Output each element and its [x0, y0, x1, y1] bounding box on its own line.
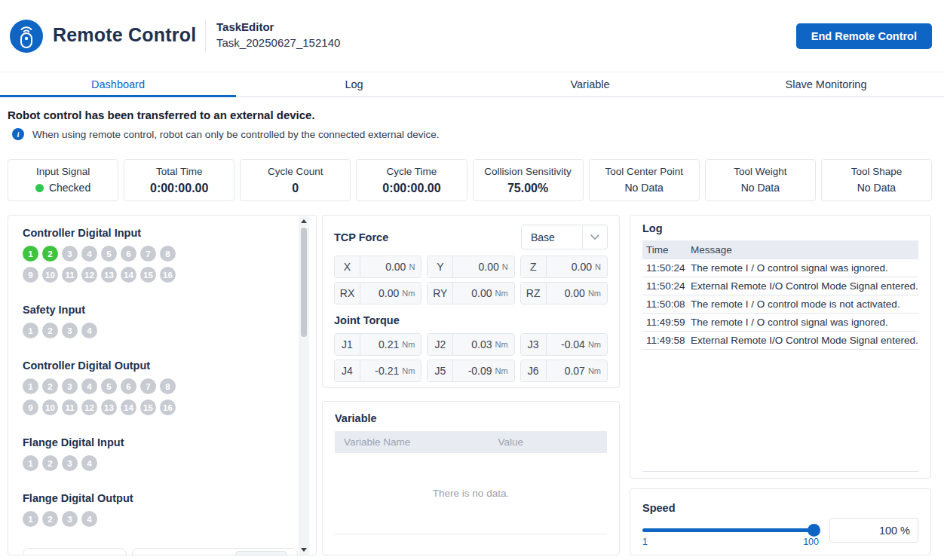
speed-min-label: 1: [642, 537, 648, 547]
chevron-down-icon: [582, 225, 607, 249]
tab-slave-monitoring[interactable]: Slave Monitoring: [708, 73, 944, 97]
io-indicator-controller-digital-output-4: 4: [81, 378, 97, 394]
io-panel: Controller Digital Input1234567891011121…: [8, 215, 317, 555]
io-scrollbar[interactable]: [299, 216, 309, 555]
tcp-field-label: Z: [521, 256, 547, 277]
log-panel: Log Time Message 11:50:24The remote I / …: [630, 215, 931, 479]
log-row-message: The remote I / O control mode is not act…: [691, 298, 918, 310]
stat-label: Tool Shape: [822, 166, 931, 177]
io-indicator-controller-digital-output-3: 3: [62, 378, 78, 394]
tab-variable[interactable]: Variable: [472, 73, 708, 97]
notice-title: Robot control has been transferred to an…: [8, 109, 315, 121]
io-indicator-controller-digital-input-8: 8: [160, 246, 176, 262]
coordinate-frame-value: Base: [522, 231, 582, 243]
stat-label: Cycle Count: [241, 166, 350, 177]
io-bottom-input-1[interactable]: [23, 548, 127, 555]
variable-table-header: Variable Name Value: [335, 431, 607, 453]
stat-value-text: 0:00:00.00: [382, 182, 440, 195]
joint-torque-title: Joint Torque: [334, 314, 608, 326]
io-indicator-safety-input-4: 4: [81, 323, 97, 338]
end-remote-control-button[interactable]: End Remote Control: [796, 23, 932, 49]
joint-field-value: -0.04: [547, 338, 588, 350]
log-row-message: External Remote I/O Control Mode Signal …: [691, 335, 918, 346]
tab-dashboard[interactable]: Dashboard: [0, 73, 236, 97]
io-indicator-controller-digital-input-12: 12: [81, 267, 97, 283]
io-section-title: Flange Digital Output: [23, 492, 301, 504]
log-row: 11:49:59The remote I / O control signal …: [642, 314, 918, 332]
log-row-time: 11:50:24: [642, 262, 691, 274]
task-name: Task_20250627_152140: [216, 36, 340, 49]
io-indicator-flange-digital-output-1: 1: [23, 511, 38, 527]
task-type: TaskEditor: [216, 20, 340, 33]
io-indicator-controller-digital-output-16: 16: [160, 399, 176, 415]
tab-bar: DashboardLogVariableSlave Monitoring: [0, 73, 944, 97]
stat-card-cycle-count: Cycle Count0: [240, 159, 351, 201]
io-indicator-controller-digital-output-10: 10: [42, 399, 58, 415]
log-title: Log: [642, 222, 918, 234]
io-indicator-controller-digital-input-9: 9: [23, 267, 38, 283]
io-section-title: Flange Digital Input: [23, 436, 301, 448]
log-table-header: Time Message: [642, 240, 918, 259]
stat-value: 75.00%: [474, 182, 583, 195]
io-indicator-safety-input-1: 1: [23, 323, 38, 338]
stat-value-text: No Data: [857, 182, 896, 194]
stat-value-text: No Data: [741, 182, 780, 194]
variable-empty-message: There is no data.: [335, 453, 607, 534]
io-indicator-controller-digital-input-11: 11: [62, 267, 78, 283]
speed-max-label: 100: [803, 537, 819, 547]
tcp-field-x: X0.00N: [334, 256, 421, 278]
joint-field-label: J6: [521, 360, 547, 381]
stat-label: Collision Sensitivity: [474, 166, 583, 177]
stat-label: Cycle Time: [357, 166, 466, 177]
stat-value: 0:00:00.00: [357, 182, 466, 195]
scroll-down-icon[interactable]: [301, 548, 307, 552]
io-indicator-controller-digital-output-14: 14: [121, 399, 136, 415]
stat-value-text: 0:00:00.00: [150, 182, 208, 195]
speed-slider-track[interactable]: [642, 528, 819, 532]
speed-slider[interactable]: 1 100: [642, 524, 819, 547]
notice-info-row: i When using remote control, robot can o…: [12, 128, 440, 140]
joint-field-j4: J4-0.21Nm: [334, 360, 421, 382]
variable-name-column-header: Variable Name: [335, 436, 498, 448]
tcp-field-label: RX: [335, 283, 360, 304]
status-dot: [35, 184, 44, 192]
joint-field-unit: Nm: [588, 366, 607, 375]
io-indicator-controller-digital-input-7: 7: [140, 246, 156, 262]
log-row-time: 11:49:59: [642, 317, 691, 328]
log-row-time: 11:50:24: [642, 280, 691, 292]
io-indicator-controller-digital-input-15: 15: [140, 267, 156, 283]
io-indicator-controller-digital-output-6: 6: [121, 378, 136, 394]
stat-value: 0:00:00.00: [124, 182, 234, 195]
io-section-title: Safety Input: [23, 304, 301, 316]
stat-label: Tool Center Point: [590, 166, 699, 177]
tab-log[interactable]: Log: [236, 73, 472, 97]
notice-info-text: When using remote control, robot can onl…: [32, 129, 440, 140]
speed-slider-handle[interactable]: [808, 524, 820, 537]
speed-title: Speed: [642, 502, 918, 514]
stat-card-tool-weight: Tool WeightNo Data: [705, 159, 816, 201]
header: Remote Control TaskEditor Task_20250627_…: [0, 0, 944, 72]
log-message-column-header: Message: [691, 244, 918, 256]
io-row: 12345678: [23, 246, 301, 262]
io-bottom-input-2[interactable]: [132, 548, 298, 555]
io-row: 12345678: [23, 378, 301, 394]
scrollbar-thumb[interactable]: [301, 228, 307, 337]
io-bottom-button[interactable]: [235, 551, 287, 555]
stat-value: No Data: [822, 182, 931, 194]
coordinate-frame-dropdown[interactable]: Base: [521, 225, 608, 249]
speed-value-input[interactable]: 100 %: [829, 518, 918, 543]
tcp-field-value: 0.00: [453, 261, 501, 273]
joint-field-label: J1: [335, 334, 360, 355]
scroll-up-icon[interactable]: [301, 219, 307, 223]
io-indicator-flange-digital-output-4: 4: [81, 511, 97, 527]
app-title: Remote Control: [53, 24, 196, 46]
joint-field-unit: Nm: [588, 340, 607, 349]
io-indicator-controller-digital-input-4: 4: [81, 246, 97, 262]
io-indicator-controller-digital-input-5: 5: [101, 246, 117, 262]
io-section-flange-digital-input: Flange Digital Input1234: [23, 436, 301, 471]
joint-field-j2: J20.03Nm: [427, 333, 514, 356]
variable-value-column-header: Value: [498, 436, 607, 448]
io-indicator-controller-digital-output-15: 15: [140, 399, 156, 415]
io-bottom-row: [23, 548, 301, 555]
io-row: 910111213141516: [23, 267, 301, 283]
